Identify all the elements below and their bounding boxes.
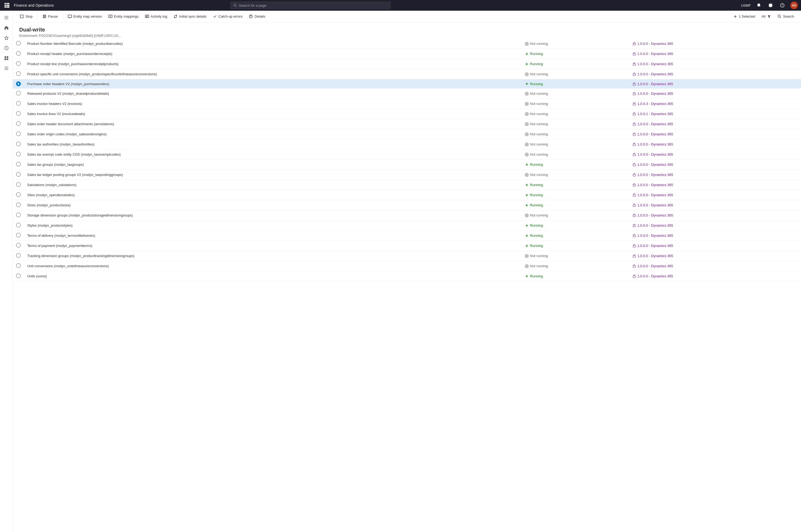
svg-rect-5 [8,5,9,6]
radio-button[interactable] [16,233,21,238]
svg-rect-21 [7,58,8,60]
settings-icon[interactable] [767,2,774,9]
table-row[interactable]: Product specific unit conversions (msdyn… [13,69,801,79]
notifications-icon[interactable] [755,2,763,9]
radio-button[interactable] [16,81,21,86]
filter-all-button[interactable]: All [759,12,774,21]
radio-button[interactable] [16,192,21,197]
entity-status: Running [522,180,629,190]
svg-marker-16 [4,36,8,40]
table-row[interactable]: Salutations (msdyn_salutations) Running … [13,180,801,190]
table-row[interactable]: Sales order origin codes (msdyn_salesord… [13,129,801,139]
svg-rect-8 [8,6,9,8]
radio-button[interactable] [16,273,21,278]
radio-button[interactable] [16,212,21,217]
svg-rect-93 [633,235,635,237]
table-row[interactable]: Sales tax exempt code entity CDS (msdyn_… [13,150,801,159]
radio-button[interactable] [16,131,21,136]
table-row[interactable]: Purchase order headers V2 (msdyn_purchas… [13,79,801,89]
table-row[interactable]: Released products V2 (msdyn_sharedproduc… [13,89,801,99]
activity-log-button[interactable]: Activity log [142,12,170,21]
radio-button[interactable] [16,101,21,106]
table-row[interactable]: Storage dimension groups (msdyn_products… [13,210,801,221]
radio-button[interactable] [16,243,21,248]
radio-button[interactable] [16,61,21,66]
svg-rect-46 [633,43,635,45]
entity-version: 1.0.0.0 - Dynamics 365 [629,221,801,231]
table-row[interactable]: Tracking dimension groups (msdyn_product… [13,251,801,261]
sidebar-list-icon[interactable] [2,63,11,73]
search-button[interactable]: Search [775,12,797,21]
table-row[interactable]: Sales tax groups (msdyn_taxgroups) Runni… [13,159,801,170]
radio-button[interactable] [16,202,21,207]
table-row[interactable]: Sales tax authorities (msdyn_taxauthorit… [13,139,801,150]
sidebar-favorites-icon[interactable] [2,33,11,43]
table-row[interactable]: Unit conversions (msdyn_unitofmeasurecon… [13,261,801,271]
radio-button[interactable] [16,41,21,46]
global-search[interactable]: Search for a page [230,2,390,9]
radio-button[interactable] [16,121,21,126]
entity-status: Not running [522,251,629,261]
table-row[interactable]: Product Number Identified Barcode (msdyn… [13,39,801,49]
entity-status: Not running [522,109,629,119]
radio-cell [13,119,24,129]
svg-rect-49 [633,53,635,55]
sidebar-home-icon[interactable] [2,23,11,33]
entity-name: Product specific unit conversions (msdyn… [24,69,522,79]
radio-button[interactable] [16,223,21,227]
table-row[interactable]: Sales invoice lines V2 (invoicedetails) … [13,109,801,119]
stop-button[interactable]: Stop [17,12,35,21]
entity-status: Running [522,221,629,231]
table-row[interactable]: Terms of delivery (msdyn_termsofdeliveri… [13,231,801,241]
radio-button[interactable] [16,111,21,116]
entity-status: Not running [522,39,629,49]
table-row[interactable]: Product receipt header (msdyn_purchaseor… [13,49,801,59]
svg-rect-71 [633,154,635,156]
svg-rect-3 [4,5,6,6]
table-row[interactable]: Sales invoice headers V2 (invoices) Not … [13,99,801,109]
command-bar: Stop Pause Entity map version Entity map… [13,11,801,22]
entity-version: 1.0.0.1 - Dynamics 365 [629,109,801,119]
radio-button[interactable] [16,263,21,268]
help-icon[interactable]: ? [779,2,786,9]
sidebar-recent-icon[interactable] [2,43,11,53]
apps-button[interactable] [3,2,11,9]
table-row[interactable]: Sites (msdyn_operationalsites) Running 1… [13,190,801,200]
catchup-errors-button[interactable]: Catch-up errors [210,12,245,21]
table-row[interactable]: Styles (msdyn_productstyles) Running 1.0… [13,221,801,231]
svg-rect-90 [633,225,635,227]
radio-button[interactable] [16,253,21,258]
pause-button[interactable]: Pause [40,12,61,21]
table-row[interactable]: Units (uoms) Running 1.0.0.0 - Dynamics … [13,271,801,281]
table-row[interactable]: Sales tax ledger posting groups V2 (msdy… [13,170,801,180]
entity-status: Running [522,200,629,210]
radio-button[interactable] [16,71,21,76]
table-row[interactable]: Product receipt line (msdyn_purchaseorde… [13,59,801,69]
table-row[interactable]: Sales order header document attachments … [13,119,801,129]
details-button[interactable]: Details [246,12,268,21]
radio-button[interactable] [16,91,21,96]
avatar[interactable]: AD [790,2,798,9]
entity-version: 1.0.0.0 - Dynamics 365 [629,89,801,99]
radio-button[interactable] [16,51,21,56]
selected-badge: 1 Selected [731,12,758,21]
entity-version: 1.0.0.0 - Dynamics 365 [629,39,801,49]
sidebar-modules-icon[interactable] [2,53,11,63]
radio-button[interactable] [16,141,21,146]
table-row[interactable]: Sizes (msdyn_productsizes) Running 1.0.0… [13,200,801,210]
entity-name: Sales tax exempt code entity CDS (msdyn_… [24,150,522,159]
sidebar-menu-icon[interactable] [2,13,11,22]
page-environment: Environment: FOCDSEVGuacheng3 (orgb92d06… [19,34,795,38]
radio-button[interactable] [16,162,21,167]
initial-sync-button[interactable]: Initial sync details [171,12,209,21]
table-row[interactable]: Terms of payment (msdyn_paymentterms) Ru… [13,241,801,251]
entity-mappings-button[interactable]: Entity mappings [106,12,141,21]
command-bar-right: 1 Selected All Search [731,12,797,21]
radio-button[interactable] [16,182,21,187]
radio-button[interactable] [16,152,21,156]
radio-cell [13,170,24,180]
entity-map-version-button[interactable]: Entity map version [65,12,105,21]
svg-point-40 [251,15,251,16]
radio-button[interactable] [16,172,21,177]
entity-status: Running [522,49,629,59]
